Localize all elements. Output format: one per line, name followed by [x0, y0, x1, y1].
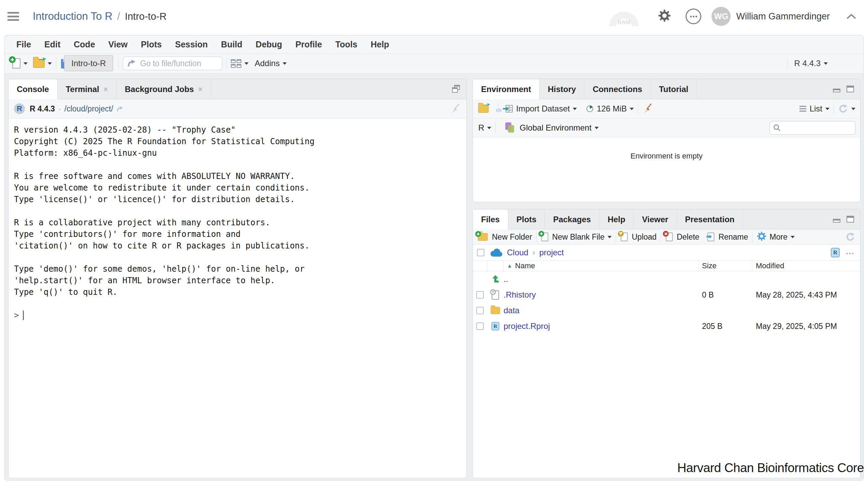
tab-environment[interactable]: Environment	[473, 79, 540, 99]
language-selector[interactable]: R	[478, 123, 491, 133]
working-directory-link[interactable]: /cloud/project/	[64, 104, 113, 114]
up-dir-link[interactable]: ..	[504, 274, 699, 284]
goto-directory-icon[interactable]	[116, 105, 124, 112]
more-button[interactable]: More	[757, 231, 794, 243]
clear-objects-broom-icon[interactable]	[642, 104, 653, 114]
avatar[interactable]: WG	[712, 7, 731, 26]
tab-terminal[interactable]: Terminal×	[58, 79, 117, 99]
environment-scope-selector[interactable]: Global Environment	[500, 122, 599, 133]
clear-console-broom-icon[interactable]	[450, 104, 460, 114]
more-options-icon[interactable]	[686, 9, 701, 24]
upload-button[interactable]: Upload	[620, 232, 657, 242]
row-checkbox[interactable]	[476, 307, 484, 314]
rproject-badge-icon: R	[831, 248, 840, 257]
column-header-modified[interactable]: Modified	[752, 261, 860, 271]
sort-asc-icon: ▲	[507, 263, 512, 269]
menu-session[interactable]: Session	[175, 40, 208, 49]
maximize-pane-icon[interactable]	[846, 215, 855, 223]
files-tabstrip: Files Plots Packages Help Viewer Present…	[473, 209, 860, 229]
tab-background-jobs[interactable]: Background Jobs×	[117, 79, 211, 99]
menu-code[interactable]: Code	[74, 40, 95, 49]
dot-separator: ·	[58, 104, 61, 114]
close-icon[interactable]: ×	[103, 85, 108, 94]
tab-console[interactable]: Console	[9, 79, 58, 99]
header-checkbox-col	[473, 261, 487, 271]
tab-plots[interactable]: Plots	[508, 210, 545, 229]
file-link[interactable]: project.Rproj	[504, 321, 550, 331]
breadcrumb-cloud-link[interactable]: Cloud	[507, 248, 528, 257]
menu-view[interactable]: View	[108, 40, 128, 49]
folder-link[interactable]: data	[504, 306, 520, 315]
tab-presentation[interactable]: Presentation	[677, 210, 743, 229]
new-blank-file-button[interactable]: New Blank File	[541, 232, 612, 242]
console-r-version: R 4.4.3	[30, 104, 55, 114]
goto-file-input[interactable]	[139, 59, 216, 69]
tab-viewer[interactable]: Viewer	[634, 210, 677, 229]
r-version-selector[interactable]: R 4.4.3	[794, 59, 828, 68]
pane-layout-button[interactable]	[231, 59, 249, 68]
open-file-button[interactable]	[33, 59, 52, 68]
tab-tutorial[interactable]: Tutorial	[651, 79, 697, 99]
refresh-files-icon[interactable]	[845, 232, 855, 242]
menu-edit[interactable]: Edit	[44, 40, 60, 49]
console-tabstrip: Console Terminal× Background Jobs×	[9, 79, 466, 99]
menu-profile[interactable]: Profile	[296, 40, 322, 49]
rename-button[interactable]: Rename	[707, 232, 748, 242]
cloud-icon	[489, 247, 504, 258]
collapse-chevron-icon[interactable]	[846, 13, 856, 19]
menu-help[interactable]: Help	[371, 40, 389, 49]
memory-usage-button[interactable]: 126 MiB	[586, 104, 634, 114]
table-row[interactable]: .Rhistory 0 B May 28, 2025, 4:43 PM	[473, 287, 860, 303]
load-workspace-icon[interactable]	[478, 105, 489, 112]
tab-history[interactable]: History	[540, 79, 585, 99]
tab-help[interactable]: Help	[599, 210, 634, 229]
tab-connections[interactable]: Connections	[584, 79, 650, 99]
restore-pane-icon[interactable]	[451, 84, 461, 94]
refresh-environment-button[interactable]	[838, 104, 855, 114]
column-options-button[interactable]: ...	[846, 246, 855, 256]
breadcrumb-project-link[interactable]: project	[539, 248, 564, 257]
close-icon[interactable]: ×	[198, 85, 203, 94]
minimize-pane-icon[interactable]	[832, 215, 841, 223]
settings-gear-icon[interactable]	[658, 9, 671, 24]
table-row[interactable]: data	[473, 303, 860, 318]
table-row-up[interactable]: ..	[473, 271, 860, 287]
delete-button[interactable]: Delete	[665, 232, 699, 242]
select-all-checkbox[interactable]	[477, 249, 484, 256]
console-prompt: >	[14, 310, 19, 321]
column-header-size[interactable]: Size	[699, 261, 752, 271]
more-gear-icon	[757, 231, 767, 243]
console-output[interactable]: R version 4.4.3 (2025-02-28) -- "Trophy …	[9, 119, 466, 321]
minimize-pane-icon[interactable]	[832, 85, 841, 93]
hamburger-menu-icon[interactable]	[8, 12, 19, 21]
workspace-title-link[interactable]: Introduction To R	[33, 10, 113, 22]
row-checkbox[interactable]	[476, 322, 484, 330]
menu-plots[interactable]: Plots	[141, 40, 162, 49]
environment-search-input[interactable]	[783, 123, 850, 133]
addins-button[interactable]: Addins	[255, 59, 287, 68]
table-row[interactable]: R project.Rproj 205 B May 29, 2025, 4:05…	[473, 318, 860, 334]
files-toolbar: New Folder New Blank File Upload Delete	[473, 229, 860, 245]
global-environment-icon	[505, 122, 515, 133]
folder-up-icon	[491, 275, 499, 284]
new-file-icon	[12, 58, 20, 69]
environment-empty-message: Environment is empty	[473, 137, 860, 161]
menu-tools[interactable]: Tools	[335, 40, 357, 49]
goto-arrow-icon	[127, 59, 136, 68]
maximize-pane-icon[interactable]	[846, 85, 855, 93]
new-folder-button[interactable]: New Folder	[477, 232, 532, 242]
import-dataset-button[interactable]: Import Dataset	[503, 104, 577, 114]
menu-file[interactable]: File	[16, 40, 31, 49]
list-view-button[interactable]: List	[799, 104, 829, 114]
file-link[interactable]: .Rhistory	[504, 290, 536, 299]
menu-debug[interactable]: Debug	[256, 40, 282, 49]
tab-packages[interactable]: Packages	[545, 210, 599, 229]
tab-files[interactable]: Files	[473, 210, 508, 229]
import-dataset-icon	[503, 104, 513, 114]
environment-pane: Environment History Connections Tutorial	[473, 79, 860, 202]
column-header-name[interactable]: ▲ Name	[504, 261, 699, 271]
row-checkbox[interactable]	[476, 291, 484, 299]
new-file-button[interactable]	[12, 58, 28, 69]
breadcrumb-separator: /	[117, 11, 120, 22]
menu-build[interactable]: Build	[221, 40, 242, 49]
